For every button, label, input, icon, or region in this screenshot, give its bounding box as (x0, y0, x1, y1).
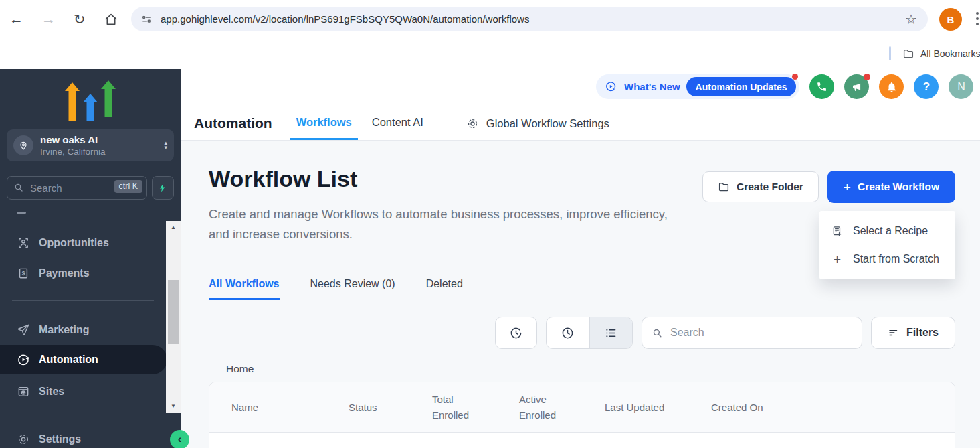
workflow-list-description: Create and manage Workflows to automate … (209, 204, 677, 244)
app-window: ← → ↻ app.gohighlevel.com/v2/location/ln… (0, 0, 980, 448)
sidebar-collapse-button[interactable]: ‹ (170, 430, 189, 448)
table-header-row: Name Status Total Enrolled Active Enroll… (209, 382, 955, 433)
question-mark-icon: ? (923, 80, 930, 94)
filters-label: Filters (906, 327, 939, 339)
account-chevron-icon: ▴ ▾ (164, 141, 167, 150)
browser-home-icon[interactable] (104, 12, 118, 27)
browser-forward-icon[interactable]: → (41, 12, 56, 26)
history-clock-icon (509, 326, 523, 340)
tab-deleted[interactable]: Deleted (426, 278, 463, 300)
whats-new-label: What's New (624, 81, 680, 92)
filter-icon (888, 327, 900, 339)
scrollbar-up-icon[interactable]: ▲ (166, 224, 181, 230)
account-switcher[interactable]: new oaks AI Irvine, California ▴ ▾ (7, 129, 174, 161)
tab-all-workflows[interactable]: All Workflows (209, 278, 280, 300)
workflow-search-input[interactable] (669, 326, 852, 340)
recipe-icon (831, 225, 844, 238)
sidebar-item-marketing[interactable]: Marketing (0, 317, 167, 344)
browser-menu-icon[interactable] (976, 12, 979, 25)
create-workflow-button[interactable]: + Create Workflow (827, 171, 955, 203)
create-folder-button[interactable]: Create Folder (702, 171, 819, 202)
column-header-name: Name (231, 402, 349, 413)
clock-icon (561, 326, 575, 340)
browser-back-icon[interactable]: ← (9, 12, 23, 26)
scrollbar-thumb[interactable] (168, 280, 179, 344)
svg-text:$: $ (22, 270, 25, 277)
sidebar-item-sites[interactable]: Sites (0, 378, 167, 405)
plus-icon: + (831, 253, 844, 266)
gear-icon (466, 117, 479, 130)
plus-icon: + (844, 181, 851, 194)
site-info-icon[interactable] (140, 13, 153, 25)
workflow-search-box (642, 317, 862, 349)
workflow-list-tabs: All Workflows Needs Review (0) Deleted (209, 278, 583, 299)
browser-profile-avatar[interactable]: B (939, 8, 962, 31)
url-text[interactable]: app.gohighlevel.com/v2/location/lnPS691g… (161, 13, 905, 25)
announcements-button[interactable] (844, 74, 869, 99)
menu-item-select-recipe[interactable]: Select a Recipe (819, 217, 955, 245)
user-avatar[interactable]: N (949, 74, 973, 99)
notification-dot (864, 74, 870, 80)
bookmarks-folder-icon[interactable] (902, 48, 914, 60)
enrollment-history-button[interactable] (495, 317, 537, 349)
sidebar-item-label: Marketing (39, 324, 90, 336)
bookmark-star-icon[interactable]: ☆ (905, 11, 917, 27)
menu-item-start-from-scratch[interactable]: + Start from Scratch (819, 245, 955, 273)
account-location: Irvine, California (40, 146, 106, 157)
sidebar-item-label: Settings (39, 433, 81, 445)
column-header-active-enrolled: Active Enrolled (519, 392, 561, 423)
page-title: Automation (194, 115, 272, 131)
tab-needs-review[interactable]: Needs Review (0) (310, 278, 395, 300)
sidebar-item-opportunities[interactable]: Opportunities (0, 230, 167, 256)
gohighlevel-logo (65, 80, 116, 125)
quick-actions-button[interactable] (152, 176, 174, 200)
page-body: Workflow List Create and manage Workflow… (181, 141, 980, 448)
sidebar-item-settings[interactable]: Settings (0, 426, 167, 448)
collapse-chevron-icon: ‹ (178, 433, 182, 445)
automation-updates-badge[interactable]: Automation Updates (686, 77, 797, 96)
tab-workflows[interactable]: Workflows (290, 106, 358, 140)
column-header-last-updated: Last Updated (605, 402, 711, 413)
sidebar-item-payments[interactable]: $ Payments (0, 260, 167, 287)
create-workflow-menu: Select a Recipe + Start from Scratch (819, 211, 955, 279)
main-area: What's New Automation Updates (181, 69, 980, 448)
list-icon (604, 326, 618, 340)
lightning-bolt-icon (158, 183, 168, 193)
view-toggle-group (546, 317, 633, 349)
column-header-created-on: Created On (711, 402, 955, 413)
tab-content-ai[interactable]: Content AI (366, 106, 429, 140)
create-workflow-label: Create Workflow (858, 181, 939, 193)
browser-reload-icon[interactable]: ↻ (74, 12, 86, 26)
sidebar: new oaks AI Irvine, California ▴ ▾ ctrl … (0, 69, 181, 448)
settings-gear-icon (17, 433, 30, 446)
sidebar-item-label: Automation (39, 354, 98, 366)
search-icon (13, 182, 24, 196)
notifications-button[interactable] (879, 74, 904, 99)
menu-item-label: Start from Scratch (853, 253, 939, 265)
help-button[interactable]: ? (914, 74, 939, 99)
sidebar-item-automation[interactable]: Automation (0, 345, 167, 374)
whats-new-icon (605, 80, 618, 94)
scrolled-item-fragment (17, 212, 26, 214)
all-bookmarks-label[interactable]: All Bookmarks (920, 48, 980, 59)
phone-button[interactable] (809, 74, 834, 99)
list-view-button[interactable] (589, 317, 633, 348)
global-workflow-settings-link[interactable]: Global Workflow Settings (466, 117, 609, 130)
phone-icon (816, 81, 827, 92)
sidebar-scrollbar[interactable]: ▲ ▼ (166, 221, 181, 413)
header-divider (452, 113, 452, 133)
filters-button[interactable]: Filters (871, 317, 955, 349)
breadcrumb-home[interactable]: Home (226, 363, 254, 375)
address-bar[interactable]: app.gohighlevel.com/v2/location/lnPS691g… (131, 7, 928, 31)
avatar-initial: N (957, 81, 965, 93)
bell-icon (886, 81, 898, 93)
column-header-status: Status (349, 402, 432, 413)
menu-item-label: Select a Recipe (853, 225, 928, 237)
column-header-total-enrolled: Total Enrolled (432, 392, 474, 423)
scrollbar-down-icon[interactable]: ▼ (166, 403, 181, 409)
workflow-list-title: Workflow List (209, 166, 357, 192)
recent-view-button[interactable] (547, 317, 589, 348)
megaphone-icon (851, 81, 863, 93)
whats-new-pill[interactable]: What's New Automation Updates (596, 74, 799, 99)
notification-dot (792, 74, 798, 80)
